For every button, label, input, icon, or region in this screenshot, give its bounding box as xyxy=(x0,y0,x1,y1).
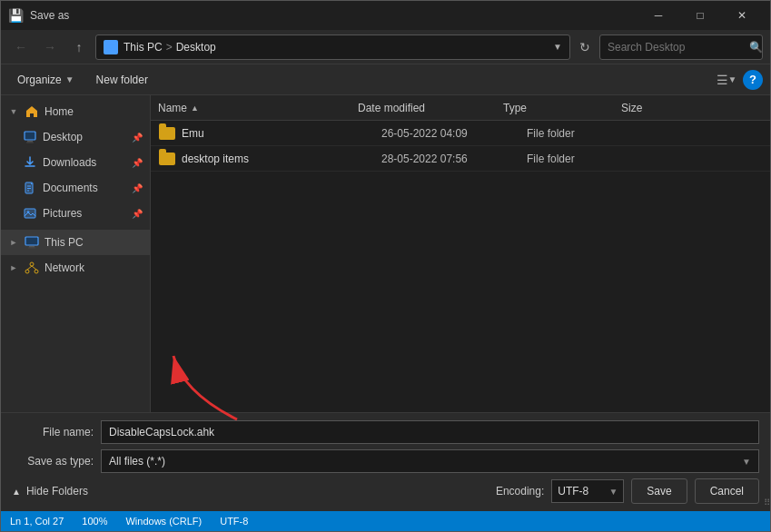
sidebar-item-documents[interactable]: Documents 📌 xyxy=(1,175,150,201)
documents-pin-icon: 📌 xyxy=(132,183,143,193)
organize-label: Organize xyxy=(17,74,62,86)
documents-label: Documents xyxy=(43,182,98,194)
home-label: Home xyxy=(44,105,74,118)
sidebar-item-downloads[interactable]: Downloads 📌 xyxy=(1,150,150,175)
pictures-icon xyxy=(23,206,37,221)
address-path: This PC > Desktop xyxy=(124,41,548,54)
view-button[interactable]: ☰ ▼ xyxy=(714,67,739,93)
encoding-dropdown[interactable]: UTF-8 ▼ xyxy=(551,479,624,503)
sort-asc-icon: ▲ xyxy=(191,103,199,113)
saveastype-dropdown[interactable]: All files (*.*) ▼ xyxy=(101,449,759,473)
new-folder-label: New folder xyxy=(96,74,148,86)
documents-icon xyxy=(23,181,37,195)
file-name-emu: Emu xyxy=(182,127,381,140)
file-type-desktop-items: File folder xyxy=(527,153,645,165)
sidebar-item-desktop[interactable]: Desktop 📌 xyxy=(1,124,150,150)
downloads-pin-icon: 📌 xyxy=(132,158,143,168)
svg-rect-0 xyxy=(106,44,115,52)
network-label: Network xyxy=(44,261,84,274)
main-content: ▼ Home xyxy=(1,95,770,412)
back-button[interactable]: ← xyxy=(8,34,34,60)
sidebar-item-thispc[interactable]: ► This PC xyxy=(1,230,150,255)
pictures-label: Pictures xyxy=(43,207,82,220)
desktop-label: Desktop xyxy=(43,131,83,143)
refresh-button[interactable]: ↻ xyxy=(574,36,596,58)
resize-dots: ⠿ xyxy=(757,498,770,507)
home-expand-icon: ▼ xyxy=(8,106,19,117)
status-zoom: 100% xyxy=(82,516,107,527)
saveastype-dropdown-arrow: ▼ xyxy=(742,457,751,467)
hide-folders-label: Hide Folders xyxy=(26,485,88,498)
hide-folders-caret: ▲ xyxy=(12,487,21,497)
organize-button[interactable]: Organize ▼ xyxy=(8,68,84,92)
address-bar[interactable]: This PC > Desktop ▼ xyxy=(95,34,570,60)
status-position: Ln 1, Col 27 xyxy=(10,516,64,527)
svg-rect-3 xyxy=(25,132,35,140)
sidebar: ▼ Home xyxy=(1,95,151,412)
thispc-label: This PC xyxy=(44,236,84,249)
new-folder-button[interactable]: New folder xyxy=(87,68,157,92)
address-bar-icon xyxy=(104,40,118,54)
cancel-button[interactable]: Cancel xyxy=(695,478,759,504)
column-name-label: Name xyxy=(158,102,187,114)
path-desktop: Desktop xyxy=(176,41,216,54)
search-icon: 🔍 xyxy=(749,41,763,54)
column-type-label: Type xyxy=(503,102,527,114)
file-type-emu: File folder xyxy=(527,127,645,140)
organize-dropdown-arrow: ▼ xyxy=(65,74,74,84)
row-icon-emu xyxy=(158,124,176,143)
status-bar: Ln 1, Col 27 100% Windows (CRLF) UTF-8 xyxy=(1,511,770,531)
file-name-desktop-items: desktop items xyxy=(182,153,381,165)
minimize-button[interactable]: ─ xyxy=(638,1,679,30)
column-size[interactable]: Size xyxy=(621,102,694,114)
sidebar-item-home[interactable]: ▼ Home xyxy=(1,99,150,124)
sidebar-item-network[interactable]: ► Network xyxy=(1,255,150,281)
maximize-button[interactable]: □ xyxy=(679,1,721,30)
hide-folders-button[interactable]: ▲ Hide Folders xyxy=(12,485,88,498)
folder-icon xyxy=(159,153,175,165)
column-date[interactable]: Date modified xyxy=(358,102,503,114)
sidebar-item-pictures[interactable]: Pictures 📌 xyxy=(1,201,150,226)
view-icon: ☰ xyxy=(717,73,728,87)
resize-handle[interactable]: ⠿ xyxy=(757,498,770,511)
svg-point-18 xyxy=(25,270,29,273)
column-type[interactable]: Type xyxy=(503,102,621,114)
table-row[interactable]: Emu 26-05-2022 04:09 File folder xyxy=(151,121,770,146)
filename-input[interactable] xyxy=(101,420,759,444)
status-encoding: UTF-8 xyxy=(220,516,248,527)
svg-rect-14 xyxy=(25,237,38,245)
column-name[interactable]: Name ▲ xyxy=(158,102,358,114)
bottom-panel: File name: Save as type: All files (*.*)… xyxy=(1,412,770,511)
up-button[interactable]: ↑ xyxy=(66,34,92,60)
filename-label: File name: xyxy=(12,426,94,438)
sidebar-home-section: ▼ Home xyxy=(1,99,150,226)
row-icon-desktop-items xyxy=(158,150,176,168)
search-input[interactable] xyxy=(608,41,744,54)
forward-button[interactable]: → xyxy=(37,34,63,60)
downloads-icon xyxy=(23,155,37,170)
navigation-toolbar: ← → ↑ This PC > Desktop ▼ ↻ 🔍 xyxy=(1,30,770,64)
path-thispc: This PC xyxy=(124,41,163,54)
svg-rect-15 xyxy=(29,246,35,248)
file-date-emu: 26-05-2022 04:09 xyxy=(381,127,527,140)
thispc-icon xyxy=(25,235,39,250)
close-button[interactable]: ✕ xyxy=(721,1,763,30)
network-expand-icon: ► xyxy=(8,262,19,273)
svg-line-20 xyxy=(27,266,32,270)
svg-rect-16 xyxy=(28,248,35,249)
svg-line-21 xyxy=(32,266,36,270)
save-button[interactable]: Save xyxy=(631,478,687,504)
help-button[interactable]: ? xyxy=(743,70,763,90)
table-row[interactable]: desktop items 28-05-2022 07:56 File fold… xyxy=(151,146,770,172)
address-dropdown-arrow[interactable]: ▼ xyxy=(553,42,562,52)
svg-point-17 xyxy=(30,262,34,266)
title-bar: 💾 Save as ─ □ ✕ xyxy=(1,1,770,30)
folder-icon xyxy=(159,127,175,140)
search-bar[interactable]: 🔍 xyxy=(599,34,763,60)
thispc-expand-icon: ► xyxy=(8,237,19,248)
column-size-label: Size xyxy=(621,102,642,114)
svg-point-19 xyxy=(35,270,38,273)
column-date-label: Date modified xyxy=(358,102,425,114)
file-list-header: Name ▲ Date modified Type Size xyxy=(151,95,770,121)
encoding-label: Encoding: xyxy=(496,485,544,498)
